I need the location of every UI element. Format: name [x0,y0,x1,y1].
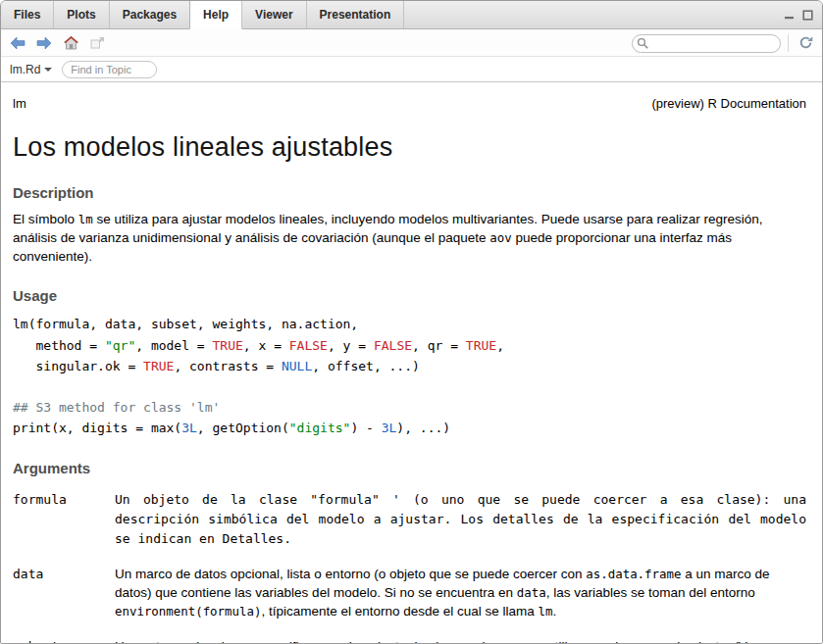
section-arguments-heading: Arguments [13,460,806,476]
toolbar-divider [788,34,789,52]
minimize-pane-icon[interactable] [784,10,795,21]
topic-file-label: lm.Rd [10,63,40,76]
topic-file-selector[interactable]: lm.Rd [10,63,52,76]
tab-files-label: Files [14,8,40,22]
home-icon[interactable] [61,33,80,53]
pane-tabbar: Files Plots Packages Help Viewer Present… [1,1,822,29]
arg-desc-formula: Un objeto de la clase "formula" ' (o uno… [115,490,806,549]
doc-type-label: (preview) R Documentation [651,96,806,111]
pane-window-controls [784,1,822,28]
tab-viewer-label: Viewer [255,8,292,22]
tab-files[interactable]: Files [1,1,54,28]
search-icon [637,36,649,54]
find-in-topic-input[interactable] [62,61,157,78]
tab-packages[interactable]: Packages [110,1,190,28]
forward-arrow-icon[interactable] [34,33,54,53]
refresh-icon[interactable] [796,33,815,53]
tab-help[interactable]: Help [189,1,242,29]
help-content[interactable]: lm (preview) R Documentation Los modelos… [1,82,822,643]
doc-header: lm (preview) R Documentation [13,96,806,111]
doc-package-name: lm [13,96,26,111]
rstudio-help-pane: Files Plots Packages Help Viewer Present… [0,0,823,644]
description-paragraph: El símbolo lm se utiliza para ajustar mo… [13,210,806,266]
arguments-table: formula Un objeto de la clase "formula" … [13,490,806,643]
doc-title: Los modelos lineales ajustables [13,132,806,163]
arg-name-data: data [13,565,115,620]
tab-viewer[interactable]: Viewer [242,1,306,28]
topic-bar: lm.Rd [1,57,822,82]
help-search-box [632,33,781,52]
arg-desc-subset: Un vector opcional que especifica un sub… [115,637,806,643]
tab-presentation-label: Presentation [320,8,391,22]
help-search-input[interactable] [632,34,781,53]
section-usage-heading: Usage [13,287,806,304]
maximize-pane-icon[interactable] [802,10,813,21]
tab-plots[interactable]: Plots [54,1,109,28]
chevron-down-icon [44,68,52,72]
tabbar-spacer [404,1,784,28]
section-description-heading: Description [13,184,806,201]
tab-packages-label: Packages [123,8,177,22]
arg-desc-data: Un marco de datos opcional, lista o ento… [115,565,806,620]
arg-name-formula: formula [13,490,115,549]
tab-plots-label: Plots [67,8,95,22]
tab-help-label: Help [203,8,229,22]
tab-presentation[interactable]: Presentation [307,1,405,28]
back-arrow-icon[interactable] [8,33,27,53]
show-in-new-window-icon[interactable] [87,33,107,53]
arg-name-subset: subset [13,637,115,643]
usage-code-block: lm(formula, data, subset, weights, na.ac… [13,314,806,437]
help-toolbar [1,29,822,57]
